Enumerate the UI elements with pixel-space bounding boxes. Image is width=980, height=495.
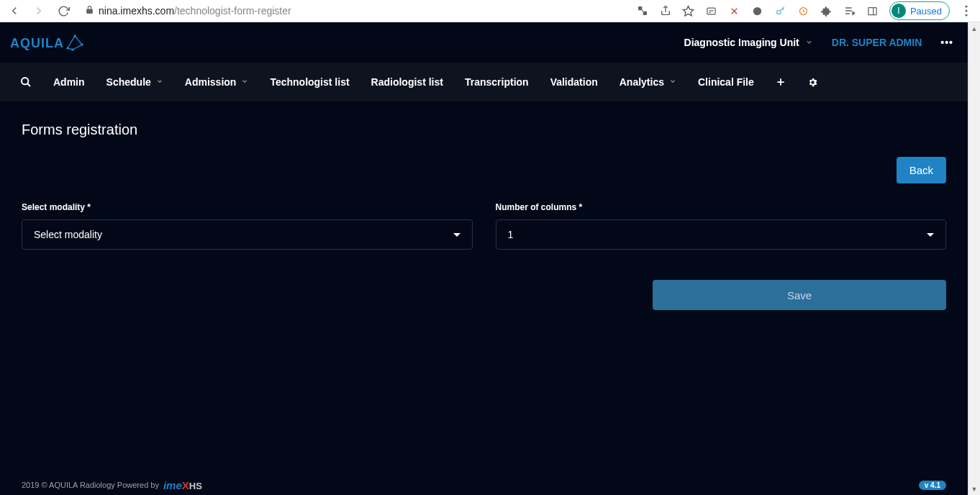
svg-point-13 [22,78,28,84]
nav-admission[interactable]: Admission [185,76,249,88]
scroll-down-icon[interactable]: ▼ [968,483,980,495]
more-menu-icon[interactable]: ••• [940,37,953,48]
panel-icon[interactable] [866,4,879,17]
browser-extensions: I Paused [636,1,976,20]
globe-icon[interactable] [751,4,764,17]
nav-search-icon[interactable] [20,76,32,88]
scroll-up-icon[interactable]: ▲ [968,22,980,35]
svg-marker-0 [684,6,694,15]
modality-select[interactable]: Select modality [22,219,473,250]
ext1-icon[interactable] [705,4,718,17]
nav-label: Admin [53,76,85,88]
key-icon[interactable] [774,4,787,17]
url-domain: nina.imexhs.com [99,5,174,17]
viewport-scrollbar[interactable]: ▲ ▼ [968,22,980,495]
browser-toolbar: nina.imexhs.com/technologist-form-regist… [0,0,980,22]
save-button[interactable]: Save [653,280,946,310]
nav-technologist-list[interactable]: Technologist list [270,76,349,88]
chevron-down-icon [156,78,163,86]
logo-mark-icon [65,34,84,51]
svg-point-7 [965,9,967,12]
nav-schedule[interactable]: Schedule [106,76,163,88]
nav-reload-button[interactable] [53,1,73,21]
nav-label: Admission [185,76,237,88]
page-title: Forms registration [22,122,946,138]
unit-label: Diagnostic Imaging Unit [684,37,799,48]
nav-label: Validation [550,76,598,88]
logo[interactable]: AQUILA [10,34,84,51]
nav-add-icon[interactable] [776,77,786,87]
translate-icon[interactable] [636,4,649,17]
svg-point-6 [965,5,967,7]
main-nav: Admin Schedule Admission Technologist li… [0,63,968,101]
nav-gear-icon[interactable] [807,77,818,88]
nav-analytics[interactable]: Analytics [620,76,676,88]
brand-x: X [182,479,189,491]
app-root: AQUILA Diagnostic Imaging Unit DR. SUPER… [0,22,968,495]
nav-forward-button[interactable] [29,1,49,21]
nav-back-button[interactable] [4,1,24,21]
ext3-icon[interactable] [797,4,810,17]
footer-copyright: 2019 © AQUILA Radiology Powered by [22,481,159,489]
page-content: Forms registration Back Select modality … [0,101,968,495]
nav-label: Clinical File [698,76,754,88]
lock-icon [85,5,94,17]
svg-rect-5 [868,7,876,14]
caret-down-icon [453,233,460,237]
columns-label: Number of columns * [496,202,947,212]
share-icon[interactable] [659,4,672,17]
nav-label: Radiologist list [371,76,443,88]
profile-status: Paused [910,6,942,17]
svg-point-10 [73,35,76,37]
nav-radiologist-list[interactable]: Radiologist list [371,76,443,88]
user-name[interactable]: DR. SUPER ADMIN [832,37,922,48]
url-bar[interactable]: nina.imexhs.com/technologist-form-regist… [78,5,632,17]
chevron-down-icon [241,78,248,86]
brand-prefix: ime [163,479,182,491]
nav-transcription[interactable]: Transcription [465,76,529,88]
modality-value: Select modality [34,229,102,240]
nav-label: Analytics [620,76,664,88]
columns-value: 1 [508,229,514,240]
modality-label: Select modality * [22,202,473,212]
modality-group: Select modality * Select modality [22,202,473,250]
footer-brand[interactable]: imeXHS [163,479,202,491]
nav-clinical-file[interactable]: Clinical File [698,76,754,88]
kebab-menu-icon[interactable] [960,4,973,17]
svg-point-12 [71,48,73,50]
svg-point-3 [777,10,781,14]
ext2-icon[interactable] [728,4,741,17]
columns-select[interactable]: 1 [496,219,947,250]
brand-suffix: HS [189,481,202,491]
svg-point-2 [753,6,761,14]
svg-point-8 [965,14,967,16]
nav-validation[interactable]: Validation [550,76,598,88]
app-header: AQUILA Diagnostic Imaging Unit DR. SUPER… [0,22,968,63]
profile-initial: I [897,6,899,16]
chevron-down-icon [805,38,813,47]
profile-chip[interactable]: I Paused [889,1,950,20]
caret-down-icon [927,233,934,237]
nav-label: Schedule [106,76,151,88]
star-icon[interactable] [682,4,695,17]
columns-group: Number of columns * 1 [496,202,947,250]
extensions-icon[interactable] [820,4,833,17]
nav-label: Transcription [465,76,529,88]
svg-point-11 [81,43,83,45]
profile-avatar: I [891,4,906,18]
logo-text: AQUILA [10,36,64,51]
nav-admin[interactable]: Admin [53,76,85,88]
svg-point-9 [66,47,68,49]
playlist-icon[interactable] [843,4,856,17]
nav-label: Technologist list [270,76,349,88]
back-button[interactable]: Back [897,157,946,183]
version-badge: v 4.1 [919,481,946,490]
chevron-down-icon [669,78,676,86]
app-footer: 2019 © AQUILA Radiology Powered by imeXH… [0,475,968,495]
unit-selector[interactable]: Diagnostic Imaging Unit [684,37,813,48]
url-path: /technologist-form-register [174,5,291,17]
